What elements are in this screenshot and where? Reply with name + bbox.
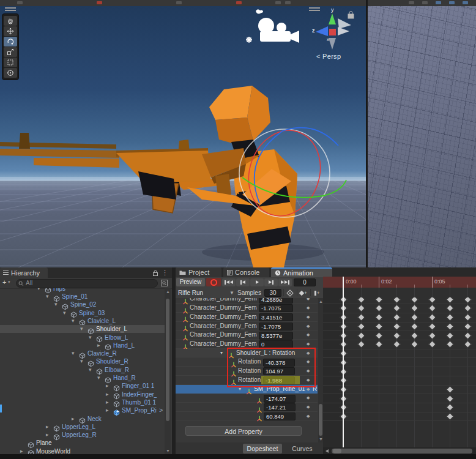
axis-orientation-gizmo[interactable]: y z x (306, 6, 361, 54)
keyframe-diamond[interactable] (393, 297, 401, 304)
property-value-field[interactable]: 4.2689e (259, 298, 293, 304)
keyframe-diamond[interactable] (428, 332, 436, 340)
property-value-field[interactable]: 3.4151e (259, 313, 293, 321)
keyframe-diamond[interactable] (464, 297, 472, 304)
hierarchy-item-shoulder-r[interactable]: ▾Shoulder_R (0, 357, 165, 365)
go-to-beginning-button[interactable] (222, 278, 236, 286)
property-value-field[interactable]: 60.849 (264, 412, 296, 420)
hierarchy-item-elbow-l[interactable]: ▾Elbow_L (0, 334, 165, 341)
keyframe-diamond[interactable] (375, 340, 383, 348)
hierarchy-item-upperleg-l[interactable]: ▸UpperLeg_L (0, 423, 165, 431)
keyframe-diamond[interactable] (375, 297, 383, 304)
foldout-expanded-icon[interactable]: ▾ (72, 317, 78, 325)
property-value-field[interactable]: 8.5377e (259, 332, 293, 340)
playhead[interactable] (343, 277, 344, 447)
move-tool-button[interactable] (4, 26, 17, 36)
keyframe-diamond[interactable] (393, 313, 401, 321)
foldout-expanded-icon[interactable]: ▾ (46, 293, 52, 300)
hierarchy-item-spine-02[interactable]: ▾Spine_02 (0, 300, 165, 308)
keyframe-diamond[interactable] (464, 323, 472, 330)
next-keyframe-button[interactable] (264, 278, 278, 286)
keyframe-diamond[interactable] (357, 297, 365, 304)
add-event-button[interactable]: + (312, 289, 322, 296)
keyframe-diamond[interactable] (464, 313, 472, 321)
toolbar-icon[interactable] (449, 1, 455, 4)
toolbar-icon[interactable] (436, 1, 441, 4)
toolbar-icon[interactable] (422, 1, 428, 4)
animation-property-row[interactable]: Character_Dummy_Female_3.4151e◆ (176, 313, 318, 322)
foldout-collapsed-icon[interactable]: ▸ (72, 415, 78, 423)
foldout-collapsed-icon[interactable]: ▸ (106, 398, 112, 406)
scroll-left-icon[interactable] (325, 449, 329, 453)
keyframe-diamond[interactable] (428, 340, 436, 348)
go-to-end-button[interactable] (278, 278, 292, 286)
perspective-label[interactable]: < Persp (316, 53, 341, 60)
property-value-field[interactable]: -1.7075 (259, 323, 293, 330)
add-keyframe-button[interactable]: + (299, 289, 308, 296)
preview-button[interactable]: Preview (176, 278, 205, 286)
keyframe-diamond[interactable] (446, 395, 454, 403)
hierarchy-scrollbar[interactable]: ▲ ▼ (165, 288, 171, 454)
foldout-expanded-icon[interactable]: ▾ (89, 334, 95, 341)
hierarchy-item-neck[interactable]: ▸Neck (0, 415, 165, 423)
keyframe-diamond[interactable] (464, 340, 472, 348)
foldout-collapsed-icon[interactable]: ▸ (106, 406, 112, 414)
toolbar-icon[interactable] (285, 1, 291, 4)
animation-property-row[interactable]: Character_Dummy_Female_-1.7075◆ (176, 304, 318, 313)
toolbar-icon[interactable] (176, 1, 182, 4)
add-property-button[interactable]: Add Property (185, 426, 302, 436)
scale-tool-button[interactable] (4, 47, 17, 57)
foldout-collapsed-icon[interactable]: ▸ (106, 390, 112, 398)
keyframe-diamond[interactable] (357, 340, 365, 348)
tab-console[interactable]: Console (223, 267, 269, 277)
timeline-horizontal-scrollbar[interactable] (323, 447, 476, 454)
hierarchy-item-thumb-01-1[interactable]: ▸Thumb_01 1 (0, 398, 165, 406)
keyframe-diamond[interactable] (446, 386, 454, 394)
hierarchy-item-elbow-r[interactable]: ▾Elbow_R (0, 366, 165, 374)
chevron-down-icon[interactable]: ▼ (229, 288, 234, 298)
secondary-scene-view[interactable] (368, 6, 476, 267)
hierarchy-item-spine-01[interactable]: ▾Spine_01 (0, 293, 165, 300)
toolbar-icon[interactable] (463, 1, 468, 4)
keyframe-diamond[interactable] (411, 340, 418, 348)
keyframe-diamond[interactable] (393, 323, 401, 330)
foldout-collapsed-icon[interactable]: ▸ (46, 423, 52, 431)
scene-view[interactable]: y z x < Persp (0, 6, 366, 267)
add-keyframe-diamond[interactable]: ◆ (307, 298, 310, 304)
hierarchy-item-shoulder-l[interactable]: ▾Shoulder_L (0, 325, 165, 333)
hierarchy-item-plane[interactable]: Plane (0, 439, 165, 447)
keyframe-diamond[interactable] (375, 313, 383, 321)
hierarchy-item-upperleg-r[interactable]: ▸UpperLeg_R (0, 431, 165, 439)
rotate-tool-button[interactable] (4, 37, 17, 47)
hierarchy-search-input[interactable]: All (16, 279, 158, 288)
keyframe-diamond[interactable] (375, 323, 383, 330)
tab-project[interactable]: Project (176, 267, 221, 277)
animation-property-row[interactable]: 60.849◆ (176, 412, 318, 421)
tab-animation[interactable]: Animation (271, 267, 332, 277)
rect-tool-button[interactable] (4, 58, 17, 67)
x-axis-cone[interactable] (338, 27, 349, 35)
foldout-expanded-icon[interactable]: ▾ (97, 374, 103, 382)
keyframe-indicator-button[interactable] (285, 289, 295, 296)
curves-button[interactable]: Curves (283, 444, 322, 453)
keyframe-diamond[interactable] (464, 305, 472, 313)
hierarchy-item-indexfinger-01-1[interactable]: ▸IndexFinger_01 1 (0, 390, 165, 398)
toolbar-icon[interactable] (275, 1, 281, 4)
keyframe-diamond[interactable] (411, 297, 418, 304)
foldout-collapsed-icon[interactable]: ▸ (106, 382, 112, 390)
keyframe-diamond[interactable] (446, 323, 454, 330)
hand-tool-button[interactable] (4, 16, 17, 26)
foldout-expanded-icon[interactable]: ▾ (220, 350, 223, 356)
play-button[interactable] (250, 278, 264, 286)
keyframe-diamond[interactable] (411, 323, 418, 330)
keyframe-diamond[interactable] (375, 305, 383, 313)
dopesheet-button[interactable]: Dopesheet (243, 444, 282, 453)
keyframe-diamond[interactable] (411, 332, 418, 340)
hierarchy-item-clavicle-l[interactable]: ▾Clavicle_L (0, 317, 165, 325)
foldout-collapsed-icon[interactable]: ▸ (46, 431, 52, 439)
keyframe-diamond[interactable] (446, 297, 454, 304)
keyframe-diamond[interactable] (393, 305, 401, 313)
timeline-ruler[interactable]: 0:000:020:05 (323, 277, 476, 288)
keyframe-diamond[interactable] (446, 332, 454, 340)
z-axis-cone[interactable] (316, 26, 328, 36)
